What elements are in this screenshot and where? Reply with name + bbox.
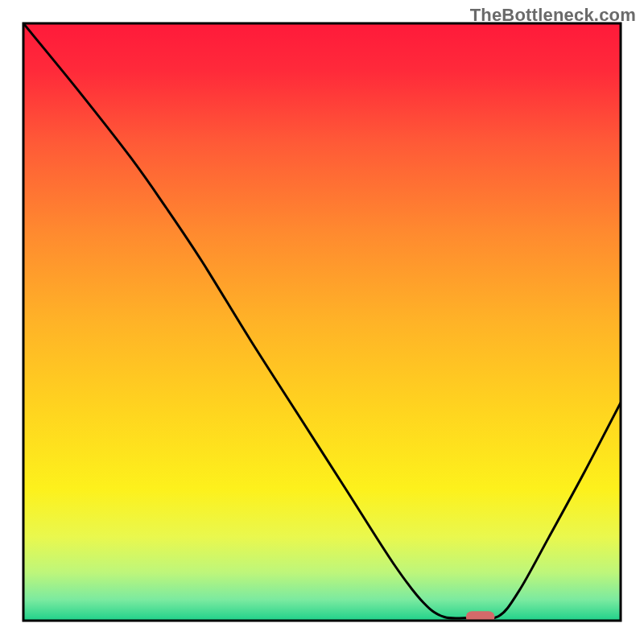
bottleneck-chart [0,0,644,644]
watermark-text: TheBottleneck.com [470,5,636,26]
chart-stage: TheBottleneck.com [0,0,644,644]
gradient-background [23,23,621,621]
